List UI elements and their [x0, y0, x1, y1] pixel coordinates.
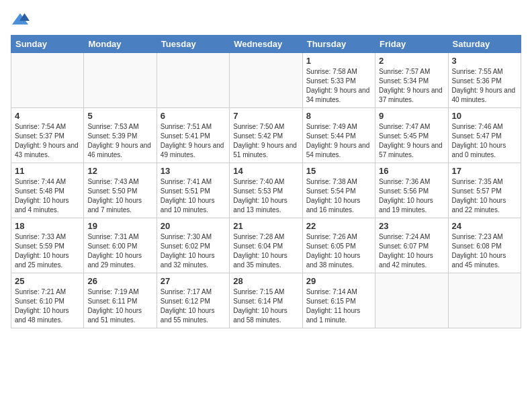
day-number: 1 [306, 56, 371, 66]
day-info: Sunrise: 7:28 AM Sunset: 6:04 PM Dayligh… [233, 232, 298, 270]
day-info: Sunrise: 7:49 AM Sunset: 5:44 PM Dayligh… [306, 122, 371, 160]
day-info: Sunrise: 7:24 AM Sunset: 6:07 PM Dayligh… [379, 232, 444, 270]
calendar-cell [157, 53, 229, 108]
header-day-friday: Friday [375, 36, 448, 53]
calendar-cell: 24Sunrise: 7:23 AM Sunset: 6:08 PM Dayli… [448, 218, 521, 273]
day-number: 4 [15, 111, 80, 121]
header-day-wednesday: Wednesday [230, 36, 302, 53]
day-number: 17 [452, 166, 517, 176]
day-number: 22 [306, 221, 371, 231]
calendar-cell: 23Sunrise: 7:24 AM Sunset: 6:07 PM Dayli… [375, 218, 448, 273]
day-number: 14 [233, 166, 298, 176]
day-info: Sunrise: 7:15 AM Sunset: 6:14 PM Dayligh… [233, 287, 298, 325]
header-day-sunday: Sunday [11, 36, 84, 53]
calendar-cell: 1Sunrise: 7:58 AM Sunset: 5:33 PM Daylig… [302, 53, 375, 108]
day-number: 15 [306, 166, 371, 176]
calendar-cell: 6Sunrise: 7:51 AM Sunset: 5:41 PM Daylig… [157, 108, 229, 163]
day-info: Sunrise: 7:14 AM Sunset: 6:15 PM Dayligh… [306, 287, 371, 325]
day-number: 12 [87, 166, 152, 176]
day-info: Sunrise: 7:47 AM Sunset: 5:45 PM Dayligh… [379, 122, 444, 160]
calendar-cell: 4Sunrise: 7:54 AM Sunset: 5:37 PM Daylig… [11, 108, 84, 163]
day-info: Sunrise: 7:50 AM Sunset: 5:42 PM Dayligh… [233, 122, 298, 160]
day-number: 29 [306, 276, 371, 286]
calendar-cell [375, 273, 448, 328]
day-number: 8 [306, 111, 371, 121]
day-number: 25 [15, 276, 80, 286]
calendar-cell: 7Sunrise: 7:50 AM Sunset: 5:42 PM Daylig… [230, 108, 302, 163]
day-info: Sunrise: 7:57 AM Sunset: 5:34 PM Dayligh… [379, 67, 444, 105]
calendar-table: SundayMondayTuesdayWednesdayThursdayFrid… [11, 35, 521, 328]
day-number: 24 [452, 221, 517, 231]
calendar-cell [448, 273, 521, 328]
day-info: Sunrise: 7:44 AM Sunset: 5:48 PM Dayligh… [15, 177, 80, 215]
calendar-cell: 26Sunrise: 7:19 AM Sunset: 6:11 PM Dayli… [84, 273, 157, 328]
header-day-monday: Monday [84, 36, 157, 53]
day-number: 3 [452, 56, 517, 66]
calendar-cell: 8Sunrise: 7:49 AM Sunset: 5:44 PM Daylig… [302, 108, 375, 163]
calendar-cell: 28Sunrise: 7:15 AM Sunset: 6:14 PM Dayli… [230, 273, 302, 328]
day-info: Sunrise: 7:43 AM Sunset: 5:50 PM Dayligh… [87, 177, 152, 215]
calendar-cell: 19Sunrise: 7:31 AM Sunset: 6:00 PM Dayli… [84, 218, 157, 273]
calendar-cell: 11Sunrise: 7:44 AM Sunset: 5:48 PM Dayli… [11, 163, 84, 218]
day-number: 7 [233, 111, 298, 121]
week-row-3: 18Sunrise: 7:33 AM Sunset: 5:59 PM Dayli… [11, 218, 521, 273]
calendar-cell: 22Sunrise: 7:26 AM Sunset: 6:05 PM Dayli… [302, 218, 375, 273]
day-number: 16 [379, 166, 444, 176]
day-number: 9 [379, 111, 444, 121]
day-number: 13 [161, 166, 226, 176]
week-row-0: 1Sunrise: 7:58 AM Sunset: 5:33 PM Daylig… [11, 53, 521, 108]
calendar-cell: 3Sunrise: 7:55 AM Sunset: 5:36 PM Daylig… [448, 53, 521, 108]
page-header [11, 11, 521, 30]
day-info: Sunrise: 7:40 AM Sunset: 5:53 PM Dayligh… [233, 177, 298, 215]
day-info: Sunrise: 7:33 AM Sunset: 5:59 PM Dayligh… [15, 232, 80, 270]
day-info: Sunrise: 7:17 AM Sunset: 6:12 PM Dayligh… [161, 287, 226, 325]
day-info: Sunrise: 7:31 AM Sunset: 6:00 PM Dayligh… [87, 232, 152, 270]
day-number: 11 [15, 166, 80, 176]
calendar-cell: 20Sunrise: 7:30 AM Sunset: 6:02 PM Dayli… [157, 218, 229, 273]
calendar-cell [11, 53, 84, 108]
calendar-cell: 12Sunrise: 7:43 AM Sunset: 5:50 PM Dayli… [84, 163, 157, 218]
day-number: 20 [161, 221, 226, 231]
week-row-2: 11Sunrise: 7:44 AM Sunset: 5:48 PM Dayli… [11, 163, 521, 218]
day-info: Sunrise: 7:46 AM Sunset: 5:47 PM Dayligh… [452, 122, 517, 160]
day-number: 21 [233, 221, 298, 231]
calendar-cell [230, 53, 302, 108]
day-info: Sunrise: 7:55 AM Sunset: 5:36 PM Dayligh… [452, 67, 517, 105]
header-day-saturday: Saturday [448, 36, 521, 53]
calendar-cell: 9Sunrise: 7:47 AM Sunset: 5:45 PM Daylig… [375, 108, 448, 163]
calendar-cell: 21Sunrise: 7:28 AM Sunset: 6:04 PM Dayli… [230, 218, 302, 273]
day-number: 6 [161, 111, 226, 121]
calendar-cell: 25Sunrise: 7:21 AM Sunset: 6:10 PM Dayli… [11, 273, 84, 328]
calendar-cell: 15Sunrise: 7:38 AM Sunset: 5:54 PM Dayli… [302, 163, 375, 218]
calendar-cell: 13Sunrise: 7:41 AM Sunset: 5:51 PM Dayli… [157, 163, 229, 218]
day-number: 23 [379, 221, 444, 231]
day-info: Sunrise: 7:41 AM Sunset: 5:51 PM Dayligh… [161, 177, 226, 215]
day-info: Sunrise: 7:51 AM Sunset: 5:41 PM Dayligh… [161, 122, 226, 160]
logo-icon [11, 11, 30, 30]
day-number: 28 [233, 276, 298, 286]
header-row: SundayMondayTuesdayWednesdayThursdayFrid… [11, 36, 521, 53]
week-row-4: 25Sunrise: 7:21 AM Sunset: 6:10 PM Dayli… [11, 273, 521, 328]
calendar-cell: 2Sunrise: 7:57 AM Sunset: 5:34 PM Daylig… [375, 53, 448, 108]
day-info: Sunrise: 7:30 AM Sunset: 6:02 PM Dayligh… [161, 232, 226, 270]
day-number: 2 [379, 56, 444, 66]
day-info: Sunrise: 7:38 AM Sunset: 5:54 PM Dayligh… [306, 177, 371, 215]
day-info: Sunrise: 7:36 AM Sunset: 5:56 PM Dayligh… [379, 177, 444, 215]
calendar-cell: 5Sunrise: 7:53 AM Sunset: 5:39 PM Daylig… [84, 108, 157, 163]
day-info: Sunrise: 7:19 AM Sunset: 6:11 PM Dayligh… [87, 287, 152, 325]
day-number: 10 [452, 111, 517, 121]
day-number: 26 [87, 276, 152, 286]
week-row-1: 4Sunrise: 7:54 AM Sunset: 5:37 PM Daylig… [11, 108, 521, 163]
header-day-tuesday: Tuesday [157, 36, 229, 53]
calendar-cell: 18Sunrise: 7:33 AM Sunset: 5:59 PM Dayli… [11, 218, 84, 273]
logo [11, 11, 32, 30]
calendar-cell: 10Sunrise: 7:46 AM Sunset: 5:47 PM Dayli… [448, 108, 521, 163]
calendar-cell: 14Sunrise: 7:40 AM Sunset: 5:53 PM Dayli… [230, 163, 302, 218]
calendar-cell: 16Sunrise: 7:36 AM Sunset: 5:56 PM Dayli… [375, 163, 448, 218]
day-info: Sunrise: 7:58 AM Sunset: 5:33 PM Dayligh… [306, 67, 371, 105]
day-info: Sunrise: 7:53 AM Sunset: 5:39 PM Dayligh… [87, 122, 152, 160]
day-number: 19 [87, 221, 152, 231]
calendar-header: SundayMondayTuesdayWednesdayThursdayFrid… [11, 36, 521, 53]
calendar-cell: 27Sunrise: 7:17 AM Sunset: 6:12 PM Dayli… [157, 273, 229, 328]
day-number: 27 [161, 276, 226, 286]
